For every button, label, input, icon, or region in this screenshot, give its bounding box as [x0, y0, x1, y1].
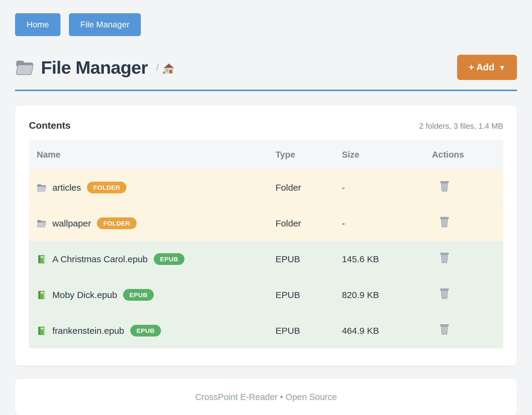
file-name-link[interactable]: A Christmas Carol.epub: [52, 254, 148, 264]
table-row: Moby Dick.epub EPUB EPUB 820.9 KB: [29, 277, 503, 313]
delete-button[interactable]: [439, 217, 450, 228]
trash-icon: [439, 324, 450, 335]
column-header-actions: Actions: [432, 140, 503, 170]
size-cell: -: [342, 205, 432, 241]
delete-button[interactable]: [439, 252, 450, 264]
size-cell: 464.9 KB: [342, 313, 432, 348]
type-cell: EPUB: [276, 241, 342, 277]
folder-icon: [37, 219, 46, 228]
footer-text: CrossPoint E-Reader • Open Source: [195, 392, 337, 402]
size-cell: -: [342, 170, 432, 205]
table-header-row: Name Type Size Actions: [29, 140, 503, 170]
delete-button[interactable]: [439, 324, 450, 335]
table-row: wallpaper FOLDER Folder -: [29, 205, 503, 241]
home-button[interactable]: Home: [15, 13, 60, 36]
folder-icon: [37, 183, 46, 192]
add-button-label: + Add: [469, 62, 494, 73]
book-icon: [37, 255, 46, 264]
page-header: File Manager / + Add ▼: [15, 55, 517, 80]
breadcrumb-separator: /: [156, 62, 159, 73]
top-nav: Home File Manager: [15, 13, 517, 36]
chevron-down-icon: ▼: [499, 64, 506, 72]
trash-icon: [439, 217, 450, 228]
size-cell: 145.6 KB: [342, 241, 432, 277]
trash-icon: [439, 252, 450, 264]
type-cell: Folder: [276, 170, 342, 205]
files-table: Name Type Size Actions articles FOLDER F…: [29, 140, 503, 348]
page-title: File Manager: [41, 57, 148, 78]
table-row: articles FOLDER Folder -: [29, 170, 503, 205]
page: Home File Manager File Manager / + Add ▼…: [0, 0, 532, 415]
trash-icon: [439, 288, 450, 300]
home-icon[interactable]: [162, 62, 175, 75]
trash-icon: [439, 181, 450, 192]
folder-icon: [15, 59, 34, 76]
file-name-link[interactable]: frankenstein.epub: [52, 326, 124, 336]
column-header-type: Type: [276, 140, 342, 170]
folder-name-link[interactable]: wallpaper: [52, 218, 91, 229]
epub-badge: EPUB: [123, 289, 154, 301]
type-cell: Folder: [276, 205, 342, 241]
column-header-size: Size: [342, 140, 432, 170]
type-cell: EPUB: [276, 313, 342, 348]
column-header-name: Name: [29, 140, 276, 170]
table-row: A Christmas Carol.epub EPUB EPUB 145.6 K…: [29, 241, 503, 277]
contents-card: Contents 2 folders, 3 files, 1.4 MB Name…: [15, 106, 517, 366]
accent-divider: [15, 90, 517, 91]
epub-badge: EPUB: [154, 253, 184, 265]
type-cell: EPUB: [276, 277, 342, 313]
file-name-link[interactable]: Moby Dick.epub: [52, 290, 117, 300]
delete-button[interactable]: [439, 288, 450, 300]
delete-button[interactable]: [439, 181, 450, 192]
size-cell: 820.9 KB: [342, 277, 432, 313]
book-icon: [37, 290, 46, 300]
contents-heading: Contents: [29, 120, 71, 131]
folder-badge: FOLDER: [87, 182, 126, 193]
contents-summary: 2 folders, 3 files, 1.4 MB: [419, 121, 503, 131]
table-row: frankenstein.epub EPUB EPUB 464.9 KB: [29, 313, 503, 348]
footer: CrossPoint E-Reader • Open Source: [15, 379, 517, 415]
folder-badge: FOLDER: [97, 217, 136, 229]
book-icon: [37, 326, 46, 335]
add-button[interactable]: + Add ▼: [457, 55, 517, 80]
file-manager-button[interactable]: File Manager: [69, 13, 141, 36]
folder-name-link[interactable]: articles: [52, 183, 81, 193]
epub-badge: EPUB: [130, 325, 161, 337]
